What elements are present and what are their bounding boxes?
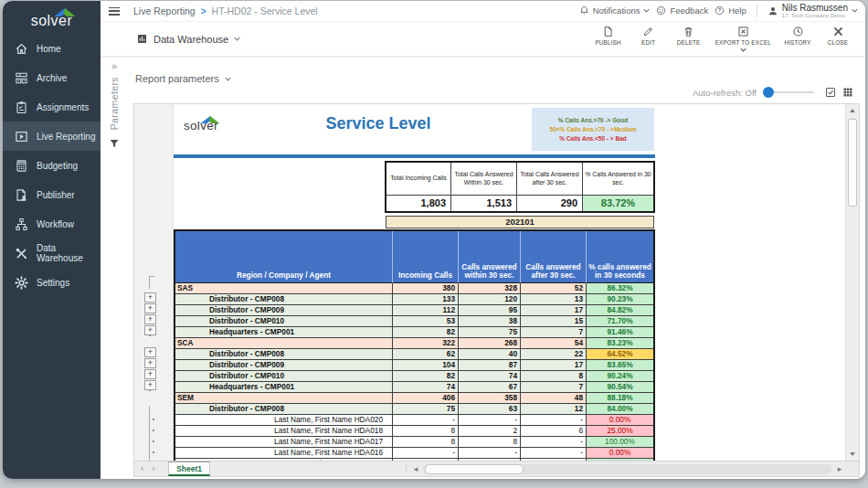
history-button[interactable]: HISTORY (784, 26, 811, 52)
summary-header: % Calls Answered in 30 sec. (583, 163, 653, 196)
delete-button[interactable]: DELETE (675, 26, 703, 52)
within-30-cell: 40 (459, 349, 521, 359)
data-source-dropdown[interactable]: Data Warehouse (136, 33, 240, 45)
delete-icon (683, 26, 694, 37)
export-to-excel-button[interactable]: EXPORT TO EXCEL (715, 26, 771, 52)
table-row[interactable]: Distributor - CMP008 62 40 22 64.52% (175, 349, 653, 360)
summary-value: 83.72% (583, 196, 653, 211)
hamburger-menu-icon[interactable] (109, 7, 120, 16)
checkbox-icon[interactable] (825, 87, 836, 98)
sidebar-item-live-reporting[interactable]: Live Reporting (3, 122, 101, 151)
table-row[interactable]: Distributor - CMP010 82 74 8 90.24% (175, 371, 653, 382)
user-icon (767, 5, 778, 16)
after-30-cell: 22 (521, 349, 587, 359)
table-row[interactable]: Last Name, First Name HDA018 8 2 6 25.00… (175, 426, 653, 437)
auto-refresh-slider[interactable] (763, 87, 814, 98)
row-label-cell: Distributor - CMP010 (175, 316, 393, 326)
within-30-cell: 75 (459, 327, 521, 337)
vertical-scrollbar[interactable] (845, 104, 859, 461)
table-row[interactable]: SAS 380 328 52 86.32% (175, 283, 653, 294)
next-sheet-button[interactable]: › (152, 462, 154, 475)
auto-refresh-control: Auto-refresh: Off (693, 87, 853, 98)
sidebar-item-publisher[interactable]: Publisher (3, 180, 101, 209)
after-30-cell: 52 (521, 283, 587, 293)
table-row[interactable]: Distributor - CMP009 112 95 17 84.82% (175, 305, 653, 316)
publish-button[interactable]: PUBLISH (595, 26, 622, 52)
app-logo[interactable]: solver (3, 1, 101, 34)
incoming-calls-cell: 75 (393, 404, 459, 414)
summary-header: Total Incoming Calls (386, 163, 451, 196)
action-label: CLOSE (828, 39, 848, 46)
incoming-calls-cell: 74 (393, 382, 459, 392)
outline-expand-button[interactable]: + (144, 358, 156, 368)
chevron-down-icon (795, 48, 801, 52)
chevron-down-icon (605, 48, 611, 52)
scroll-right-button[interactable]: ▸ (834, 463, 845, 474)
filter-icon[interactable] (109, 138, 120, 149)
pct-answered-cell: 90.54% (587, 382, 653, 392)
topbar: Live Reporting > HT-HD02 - Service Level… (101, 1, 865, 22)
scroll-left-button[interactable]: ◂ (410, 463, 421, 474)
sidebar-item-label: Publisher (37, 190, 75, 200)
close-button[interactable]: CLOSE (824, 26, 852, 52)
edit-button[interactable]: EDIT (635, 26, 662, 52)
topbar-right: Notifications Feedback ? Help Nils Rasmu… (579, 4, 865, 19)
chevron-down-icon (225, 77, 231, 81)
slider-knob[interactable] (763, 87, 774, 98)
table-row[interactable]: Last Name, First Name HDA016 - - - 0.00% (175, 448, 653, 459)
table-column-header: Incoming Calls (393, 231, 459, 283)
table-row[interactable]: Headquarters - CMP001 74 67 7 90.54% (175, 382, 653, 393)
table-row[interactable]: Distributor - CMP010 53 38 15 71.70% (175, 316, 653, 327)
horizontal-scroll-thumb[interactable] (425, 464, 524, 474)
grid-icon[interactable] (842, 87, 853, 98)
notifications-button[interactable]: Notifications (579, 5, 651, 16)
table-row[interactable]: Distributor - CMP009 104 87 17 83.65% (175, 360, 653, 371)
solver-triangle-icon (54, 4, 76, 12)
outline-expand-button[interactable]: + (144, 314, 156, 324)
after-30-cell: 8 (521, 371, 587, 381)
table-row[interactable]: SEM 406 358 48 88.18% (175, 393, 653, 404)
table-row[interactable]: Headquarters - CMP001 82 75 7 91.46% (175, 327, 653, 338)
report-parameters-dropdown[interactable]: Report parameters (135, 73, 231, 84)
report-sheet: solver Service Level % Calls Ans.>70 -> … (174, 104, 845, 461)
scroll-up-button[interactable] (846, 104, 859, 117)
table-body: SAS 380 328 52 86.32% Distributor - CMP0… (175, 283, 653, 461)
table-row[interactable]: Last Name, First Name HDA020 - - - 0.00% (175, 415, 653, 426)
scroll-down-button[interactable] (846, 448, 859, 461)
breadcrumb-page: HT-HD02 - Service Level (212, 5, 318, 16)
sheet-tab[interactable]: Sheet1 (168, 461, 210, 476)
action-label: EDIT (641, 39, 655, 46)
sidebar-item-budgeting[interactable]: Budgeting (3, 151, 101, 180)
help-button[interactable]: ? Help (715, 5, 746, 16)
pct-answered-cell: 86.32% (587, 283, 653, 293)
sidebar-item-label: Workflow (37, 219, 74, 229)
outline-expand-button[interactable]: + (144, 347, 156, 357)
sidebar-item-settings[interactable]: Settings (3, 268, 101, 297)
prev-sheet-button[interactable]: ‹ (141, 462, 143, 475)
breadcrumb-section[interactable]: Live Reporting (133, 5, 196, 16)
outline-expand-button[interactable]: + (144, 303, 156, 313)
sidebar-item-archive[interactable]: Archive (3, 63, 101, 92)
outline-expand-button[interactable]: + (144, 369, 156, 379)
vertical-scroll-thumb[interactable] (848, 119, 857, 207)
feedback-button[interactable]: Feedback (656, 5, 708, 16)
table-row[interactable]: SCA 322 268 54 83.23% (175, 338, 653, 349)
after-30-cell: 6 (521, 426, 587, 436)
sidebar-item-home[interactable]: Home (3, 34, 101, 63)
within-30-cell: 2 (459, 426, 521, 436)
expand-panel-icon[interactable]: » (111, 61, 117, 71)
sidebar-item-data-warehouse[interactable]: Data Warehouse (3, 239, 101, 268)
outline-expand-button[interactable]: + (144, 292, 156, 302)
report-title: Service Level (305, 114, 451, 133)
pct-answered-cell: 71.70% (587, 316, 653, 326)
table-row[interactable]: Distributor - CMP008 133 120 13 90.23% (175, 294, 653, 305)
user-menu[interactable]: Nils Rasmussen 17. Tech Company Demo (767, 4, 858, 19)
summary-value: 290 (517, 196, 583, 211)
close-icon (832, 26, 844, 37)
within-30-cell: 67 (459, 382, 521, 392)
sidebar-item-assignments[interactable]: Assignments (3, 92, 101, 122)
table-row[interactable]: Last Name, First Name HDA017 8 8 - 100.0… (175, 437, 653, 448)
within-30-cell: 120 (459, 294, 521, 304)
sidebar-item-workflow[interactable]: Workflow (3, 209, 101, 239)
table-row[interactable]: Distributor - CMP008 75 63 12 84.00% (175, 404, 653, 415)
